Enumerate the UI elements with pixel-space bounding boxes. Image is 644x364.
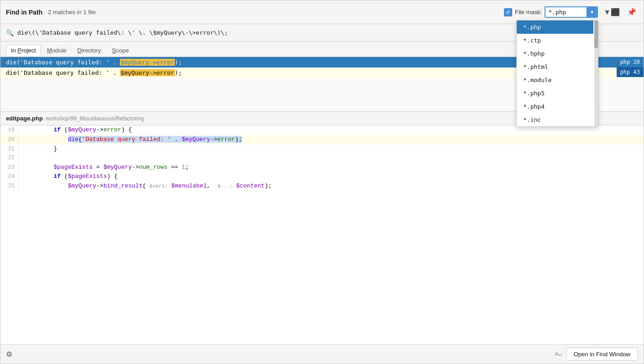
file-mask-section: File mask: [504,6,598,18]
code-line-23: 23 $pageExists = $myQuery->num_rows == 1… [0,163,644,172]
code-line-19: 19 if ($myQuery->error) { [0,125,644,135]
dropdown-item-php5[interactable]: *.php5 [517,87,593,100]
result-text: die('Database query failed: ' . $myQuery… [6,59,182,66]
settings-button[interactable]: ⚙ [6,350,12,359]
match-highlight: $myQuery->error [120,59,174,66]
result-text: die('Database query failed: ' . $myQuery… [6,69,182,76]
code-filepath: workshop/99_Miscellaneous/Refactoring [46,115,144,122]
dropdown-scrollbar-thumb [594,21,598,48]
code-line-24: 24 if ($pageExists) { [0,172,644,182]
code-line-21: 21 } [0,145,644,154]
tab-scope[interactable]: Scope [107,45,134,56]
dropdown-menu: *.php *.ctp *.hphp *.phtml *.module *.ph… [516,20,598,127]
file-mask-label: File mask: [515,9,542,16]
match-count: 2 matches in 1 file [48,9,96,16]
tab-in-project[interactable]: In Project [6,45,41,56]
code-line-25: 25 $myQuery->bind_result( &var1: $menula… [0,182,644,191]
tab-directory[interactable]: Directory [73,45,106,56]
panel-title: Find in Path [6,9,42,16]
dropdown-item-inc[interactable]: *.inc [517,113,593,126]
dropdown-item-php4[interactable]: *.php4 [517,100,593,113]
dropdown-scrollbar[interactable] [594,21,598,126]
side-badge: php 43 [617,67,644,77]
file-mask-input-wrap [545,6,598,18]
tab-module[interactable]: Module [42,45,72,56]
code-filename: editpage.php [6,115,43,122]
line-number: 24 [0,172,19,181]
code-line-22: 22 [0,154,644,162]
filter-icon-button[interactable]: ▼⬛ [602,7,622,17]
code-match: die('Database query failed: ' . $myQuery… [68,136,242,143]
shortcut-hint: ⌘↵ [555,351,562,358]
dropdown-item-phtml[interactable]: *.phtml [517,60,593,73]
open-in-find-window-button[interactable]: Open in Find Window [566,348,638,361]
code-content[interactable]: 19 if ($myQuery->error) { 20 die('Databa… [0,125,644,344]
file-mask-input[interactable] [545,7,587,17]
match-highlight: $myQuery->error [120,69,174,76]
line-code: $myQuery->bind_result( &var1: $menulabel… [21,182,644,191]
line-number: 21 [0,145,19,154]
code-area: editpage.php workshop/99_Miscellaneous/R… [0,112,644,344]
line-code: $pageExists = $myQuery->num_rows == 1; [21,163,644,172]
line-code: die('Database query failed: ' . $myQuery… [21,135,644,145]
dropdown-item-hphp[interactable]: *.hphp [517,47,593,60]
dropdown-item-php[interactable]: *.php [517,21,593,34]
line-code: } [21,145,644,154]
line-number: 22 [0,154,19,162]
pin-icon-button[interactable]: 📌 [625,7,638,17]
file-mask-dropdown-button[interactable] [587,7,597,17]
dropdown-item-ctp[interactable]: *.ctp [517,34,593,47]
line-number: 20 [0,135,19,144]
line-number: 25 [0,182,19,191]
line-code: if ($pageExists) { [21,172,644,182]
footer: ⚙ ⌘↵ Open in Find Window [0,344,644,364]
side-badges: php 20 php 43 [617,57,644,77]
dropdown-item-module[interactable]: *.module [517,73,593,87]
side-badge: php 20 [617,57,644,67]
search-icon: 🔍 [6,29,14,36]
line-number: 19 [0,126,19,135]
line-code: if ($myQuery->error) { [21,125,644,135]
line-number: 23 [0,163,19,172]
file-mask-dropdown: *.php *.ctp *.hphp *.phtml *.module *.ph… [516,20,598,127]
file-mask-checkbox[interactable] [504,8,512,16]
code-line-20: 20 die('Database query failed: ' . $myQu… [0,135,644,145]
